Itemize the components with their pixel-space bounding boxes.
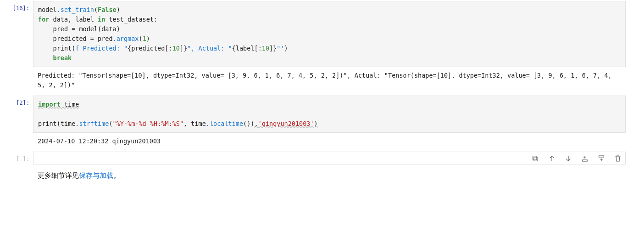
code-token: in xyxy=(98,16,105,23)
code-output: 2024-07-10 12:20:32 qingyun201003 xyxy=(33,133,626,150)
code-token: ", Actual: " xyxy=(187,45,232,52)
code-cell-active[interactable]: [ ]: xyxy=(0,151,644,165)
code-token: 1 xyxy=(143,35,146,42)
code-token: ) xyxy=(314,120,318,127)
markdown-rendered: 更多细节详见保存与加载。 xyxy=(33,166,626,181)
input-prompt xyxy=(0,166,33,170)
code-token: , xyxy=(183,120,191,127)
markdown-cell: 更多细节详见保存与加载。 xyxy=(0,165,644,182)
code-token: ( xyxy=(139,35,142,42)
code-token: break xyxy=(53,54,72,62)
code-token: .strftime xyxy=(75,120,109,127)
code-token: ) xyxy=(284,45,288,52)
code-token: time xyxy=(61,120,76,127)
code-token: 'qingyun201003' xyxy=(258,120,314,127)
code-token: import xyxy=(38,101,61,108)
code-token: label xyxy=(72,16,98,23)
code-input[interactable]: model.set_train(False) for data, label i… xyxy=(33,1,626,67)
move-up-icon[interactable] xyxy=(548,154,556,163)
code-token: False xyxy=(98,6,117,13)
code-token: : xyxy=(154,16,157,23)
code-cell[interactable]: [16]: model.set_train(False) for data, l… xyxy=(0,0,644,95)
code-token: 10 xyxy=(262,45,269,52)
delete-icon[interactable] xyxy=(614,154,622,163)
markdown-text: 。 xyxy=(113,171,120,179)
code-token: .localtime xyxy=(206,120,243,127)
code-token: ( xyxy=(109,120,112,127)
code-token: predicted[: xyxy=(131,45,172,52)
input-prompt: [ ]: xyxy=(0,152,33,162)
code-token: "%Y-%m-%d %H:%M:%S" xyxy=(113,120,183,127)
code-token: ] xyxy=(180,45,183,52)
code-token: 10 xyxy=(172,45,180,52)
cell-toolbar xyxy=(531,154,622,163)
markdown-link-save-load[interactable]: 保存与加载 xyxy=(79,171,113,179)
code-token: { xyxy=(232,45,236,52)
duplicate-icon[interactable] xyxy=(531,154,539,163)
code-token: ) xyxy=(146,35,150,42)
svg-rect-7 xyxy=(599,156,604,157)
code-token: , xyxy=(254,120,258,127)
input-prompt: [2]: xyxy=(0,96,33,106)
code-token: ) xyxy=(117,6,120,13)
move-down-icon[interactable] xyxy=(564,154,572,163)
input-prompt: [16]: xyxy=(0,1,33,11)
code-token: print( xyxy=(38,45,75,52)
code-token: , xyxy=(68,16,72,23)
svg-rect-4 xyxy=(583,160,588,161)
insert-below-icon[interactable] xyxy=(597,154,605,163)
code-token: pred xyxy=(38,25,72,33)
code-token: time xyxy=(191,120,206,127)
code-output: Predicted: "Tensor(shape=[10], dtype=Int… xyxy=(33,67,626,94)
code-token: ( xyxy=(94,6,98,13)
svg-rect-1 xyxy=(533,156,537,160)
svg-rect-0 xyxy=(534,157,538,161)
code-token: time xyxy=(61,101,79,108)
code-token: data xyxy=(49,16,68,23)
markdown-text: 更多细节详见 xyxy=(38,171,79,179)
code-token: test_dataset xyxy=(105,16,154,23)
code-token: ] xyxy=(269,45,273,52)
code-token: = xyxy=(90,35,94,42)
insert-above-icon[interactable] xyxy=(581,154,589,163)
code-token: predicted xyxy=(38,35,90,42)
code-token: for xyxy=(38,16,49,23)
code-token: f'Predicted: " xyxy=(75,45,128,52)
code-input[interactable]: import time print(time.strftime("%Y-%m-%… xyxy=(33,96,626,133)
code-token: .set_train xyxy=(57,6,94,13)
code-token: { xyxy=(128,45,131,52)
code-token: model(data) xyxy=(75,25,120,33)
code-token: ()) xyxy=(243,120,254,127)
code-token: "' xyxy=(277,45,284,52)
code-token: print( xyxy=(38,120,61,127)
code-token: model xyxy=(38,6,57,13)
code-token: .argmax xyxy=(113,35,139,42)
code-token: label[: xyxy=(236,45,262,52)
code-token: pred xyxy=(94,35,113,42)
code-token: } xyxy=(183,45,187,52)
notebook: [16]: model.set_train(False) for data, l… xyxy=(0,0,644,182)
code-cell[interactable]: [2]: import time print(time.strftime("%Y… xyxy=(0,95,644,151)
